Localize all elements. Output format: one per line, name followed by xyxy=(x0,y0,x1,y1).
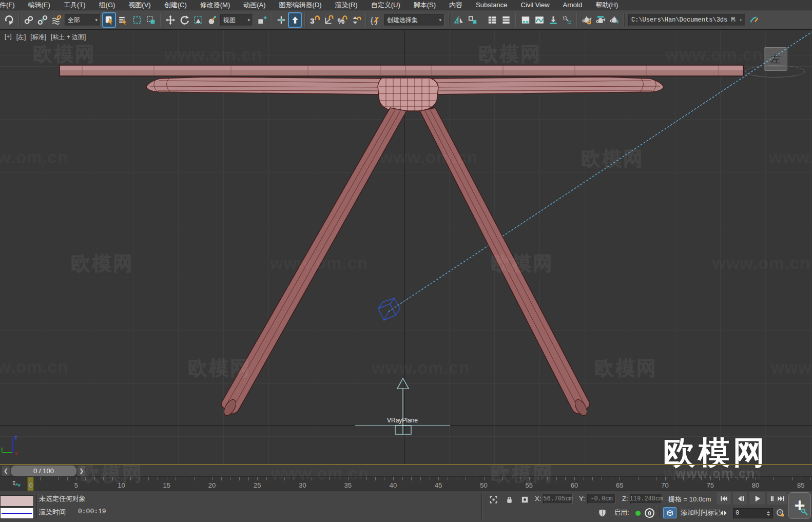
auto-key-add-button[interactable]: + xyxy=(788,492,811,519)
absolute-mode-transform-toggle[interactable] xyxy=(518,494,531,505)
snap-toggle-3d-button[interactable]: 3 xyxy=(307,12,321,28)
rectangular-selection-region-button[interactable] xyxy=(130,12,144,28)
add-time-tag-button[interactable] xyxy=(663,507,676,518)
redo-button[interactable] xyxy=(2,12,16,28)
menu-item-file[interactable]: 文件(F) xyxy=(0,0,22,10)
select-and-place-button[interactable] xyxy=(205,12,219,28)
render-setup-button[interactable] xyxy=(593,12,607,28)
time-slider-row: ❮ 0 / 100 ❯ xyxy=(0,465,812,477)
blocked-commands-counter[interactable]: 0 xyxy=(645,508,654,518)
select-and-link-button[interactable] xyxy=(22,12,35,28)
select-and-scale-button[interactable] xyxy=(191,12,205,28)
named-selection-set-dropdown[interactable]: 创建选择集 ▾ xyxy=(384,14,444,26)
dope-sheet-button[interactable] xyxy=(546,12,560,28)
toolbar-separator xyxy=(449,13,449,27)
frame-tick xyxy=(810,477,810,480)
toolbar-separator xyxy=(482,13,482,27)
z-coordinate-label: Z: xyxy=(622,495,628,502)
viewport-standard-menu[interactable]: [标准] xyxy=(30,33,46,42)
play-animation-button[interactable] xyxy=(749,492,765,505)
key-mode-toggle[interactable] xyxy=(717,507,730,518)
time-configuration-button[interactable] xyxy=(774,507,786,518)
open-mini-curve-editor-button[interactable] xyxy=(6,478,26,490)
angle-snap-toggle-button[interactable] xyxy=(321,12,335,28)
current-frame-spinner[interactable]: 0 xyxy=(733,508,773,518)
menu-item-rendering[interactable]: 渲染(R) xyxy=(328,0,364,10)
frame-tick xyxy=(312,477,312,480)
menu-item-tools[interactable]: 工具(T) xyxy=(57,0,92,10)
menu-item-views[interactable]: 视图(V) xyxy=(122,0,157,10)
select-by-name-button[interactable] xyxy=(116,12,130,28)
menu-item-help[interactable]: 帮助(H) xyxy=(589,0,625,10)
frame-tick xyxy=(547,477,548,480)
menu-item-modifiers[interactable]: 修改器(M) xyxy=(194,0,237,10)
menu-item-scripting[interactable]: 脚本(S) xyxy=(407,0,442,10)
viewport-left[interactable] xyxy=(0,30,812,464)
maxscript-mini-listener[interactable] xyxy=(0,508,34,519)
frame-tick xyxy=(140,477,140,480)
frame-tick xyxy=(40,477,41,480)
frame-tick xyxy=(375,477,376,480)
menu-item-edit[interactable]: 编辑(E) xyxy=(22,0,57,10)
select-and-rotate-button[interactable] xyxy=(177,12,191,28)
spinner-arrows-icon[interactable] xyxy=(766,511,770,516)
previous-frame-arrow-button[interactable]: ❮ xyxy=(2,466,10,476)
go-to-end-button[interactable] xyxy=(774,492,787,505)
previous-frame-button[interactable] xyxy=(733,492,747,505)
selection-lock-toggle[interactable] xyxy=(503,494,515,505)
viewport-shading-menu[interactable]: [粘土 + 边面] xyxy=(51,33,86,42)
material-editor-icon xyxy=(582,15,592,25)
schematic-view-button[interactable] xyxy=(560,12,574,28)
isolate-selection-toggle[interactable] xyxy=(487,494,500,505)
frame-tick xyxy=(438,477,439,480)
menu-item-animation[interactable]: 动画(A) xyxy=(237,0,272,10)
toggle-layer-explorer-button[interactable] xyxy=(499,12,513,28)
menu-item-create[interactable]: 创建(C) xyxy=(158,0,194,10)
menu-item-group[interactable]: 组(G) xyxy=(92,0,122,10)
selection-filter-dropdown[interactable]: 全部 ▾ xyxy=(65,14,101,26)
select-object-button[interactable] xyxy=(102,12,116,28)
toggle-scene-explorer-button[interactable] xyxy=(485,12,499,28)
menu-item-graph-editors[interactable]: 图形编辑器(D) xyxy=(273,0,328,10)
shield-icon xyxy=(598,509,607,517)
frame-tick xyxy=(303,477,303,480)
material-editor-button[interactable] xyxy=(579,12,593,28)
unlink-selection-button[interactable] xyxy=(35,12,49,28)
edit-named-selection-sets-button[interactable]: { } xyxy=(369,12,382,28)
x-coordinate-field[interactable]: 56.705cm xyxy=(543,494,573,504)
reference-coordinate-dropdown[interactable]: 视图 ▾ xyxy=(220,14,253,26)
menu-item-arnold[interactable]: Arnold xyxy=(556,0,589,10)
track-bar[interactable]: 0510152025303540455055606570758085 xyxy=(0,477,812,491)
y-coordinate-field[interactable]: -0.0cm xyxy=(587,494,616,504)
selection-region-icon xyxy=(132,15,142,25)
bind-to-space-warp-button[interactable] xyxy=(49,12,63,28)
menu-item-content[interactable]: 内容 xyxy=(442,0,469,10)
viewport-pov-menu[interactable]: [左] xyxy=(16,33,26,42)
scene-security-button[interactable] xyxy=(595,507,609,518)
time-slider-handle[interactable]: 0 / 100 xyxy=(11,466,76,476)
mirror-button[interactable] xyxy=(452,12,466,28)
percent-snap-toggle-button[interactable]: % xyxy=(335,12,349,28)
use-center-flyout-button[interactable] xyxy=(255,12,268,28)
select-and-move-button[interactable] xyxy=(163,12,177,28)
select-and-manipulate-button[interactable] xyxy=(274,12,288,28)
menu-item-substance[interactable]: Substance xyxy=(469,0,514,10)
rendered-frame-window-button[interactable] xyxy=(607,12,621,28)
frame-tick-label: 15 xyxy=(163,481,170,489)
z-coordinate-field[interactable]: 119.248cm xyxy=(630,494,662,504)
spinner-snap-toggle-button[interactable] xyxy=(349,12,363,28)
next-frame-arrow-button[interactable]: ❯ xyxy=(78,466,85,476)
window-crossing-toggle-button[interactable] xyxy=(144,12,158,28)
toggle-ribbon-button[interactable] xyxy=(518,12,532,28)
viewport-general-menu[interactable]: [+] xyxy=(5,33,12,42)
maxscript-mini-listener-macro[interactable] xyxy=(0,495,34,507)
go-to-start-button[interactable] xyxy=(717,492,731,505)
keyboard-shortcut-override-toggle[interactable] xyxy=(288,12,302,28)
align-button[interactable] xyxy=(466,12,479,28)
curve-editor-button[interactable] xyxy=(532,12,546,28)
viewcube[interactable]: 左 xyxy=(764,47,787,71)
project-folder-field[interactable]: C:\Users\Han\Documents\3ds Max 2022 ▾ xyxy=(628,14,745,26)
workspace-flyout-button[interactable] xyxy=(747,12,761,28)
menu-item-customize[interactable]: 自定义(U) xyxy=(364,0,407,10)
menu-item-civil-view[interactable]: Civil View xyxy=(514,0,556,10)
